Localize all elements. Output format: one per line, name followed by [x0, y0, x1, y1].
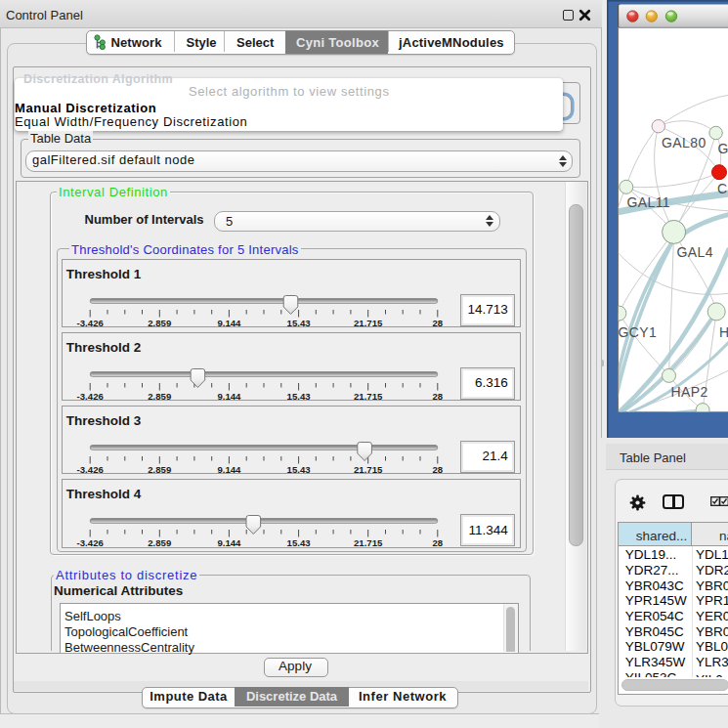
- svg-text:H: H: [719, 324, 728, 340]
- svg-text:HAP2: HAP2: [671, 384, 708, 400]
- svg-text:GA: GA: [718, 141, 728, 156]
- svg-text:GAL80: GAL80: [662, 135, 707, 150]
- svg-text:GAL4: GAL4: [677, 244, 713, 260]
- svg-text:GAL11: GAL11: [627, 194, 671, 210]
- svg-text:C: C: [717, 181, 728, 196]
- svg-text:GCY1: GCY1: [619, 324, 658, 340]
